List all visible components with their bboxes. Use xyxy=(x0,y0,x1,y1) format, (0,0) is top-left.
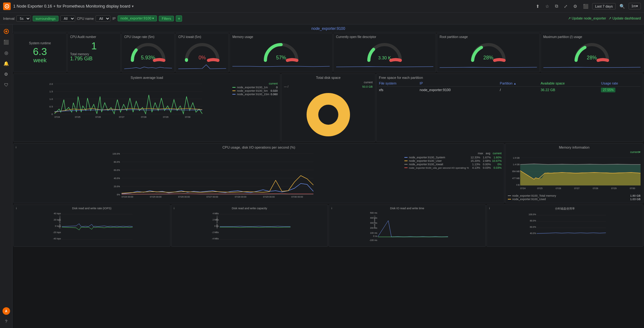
sidebar-icon-compass[interactable]: ◎ xyxy=(2,48,11,57)
filter-right: ↗ Update node_exporter ↗ Update dashboar… xyxy=(568,16,641,20)
sidebar-icon-settings[interactable]: ⚙ xyxy=(2,70,11,79)
svg-text:read(↑)/write(↓): read(↑)/write(↓) xyxy=(216,216,218,228)
sidebar-bottom: A ? xyxy=(2,307,11,325)
max-partition-gauge: 28% xyxy=(543,40,641,70)
legend-iowait-label: node_exporter:9100_Iowait xyxy=(409,163,469,166)
sidebar-icon-help[interactable]: ? xyxy=(2,317,11,325)
svg-text:954 MB: 954 MB xyxy=(512,170,520,172)
svg-text:57%: 57% xyxy=(276,55,286,60)
sidebar-icon-shield[interactable]: 🛡 xyxy=(2,80,11,89)
avg-load-card: System average load 2.0 1.5 1.0 0.5 0 xyxy=(13,74,280,142)
memory-legend: node_exporter:9100_Total memory 1.80 GB … xyxy=(508,194,641,201)
svg-text:07/29: 07/29 xyxy=(611,187,617,189)
svg-text:07/25: 07/25 xyxy=(75,116,80,118)
star-icon-btn[interactable]: ☆ xyxy=(543,3,551,10)
svg-text:-4 MBs: -4 MBs xyxy=(212,238,219,240)
cpu-iowait-gauge-svg: 0% xyxy=(183,40,221,62)
legend-used-mem: node_exporter:9100_Used 1.03 GB xyxy=(508,198,641,201)
svg-text:07/24: 07/24 xyxy=(520,187,525,189)
legend-15m-label: node_exporter:9100_15m xyxy=(237,93,269,96)
cpu-iowait-spark xyxy=(178,63,226,70)
legend-total-mem-val: 1.80 GB xyxy=(630,194,641,197)
disk-cap-svg: 4 MBs 2 MBs 0 Bs -2 MBs -4 MBs read(↑)/w… xyxy=(174,211,325,243)
donut-container xyxy=(284,90,373,140)
interval-select[interactable]: 5s xyxy=(16,15,31,22)
dashboard-title[interactable]: 1 Node Exporter 0.16 + for Prometheus Mo… xyxy=(13,4,130,8)
refresh-btn[interactable]: 1m▾ xyxy=(629,3,641,9)
svg-text:read(↑)/write(↓): read(↑)/write(↓) xyxy=(374,216,375,228)
legend-used-mem-val: 1.03 GB xyxy=(630,198,641,201)
svg-text:07/27 00:00: 07/27 00:00 xyxy=(207,196,218,198)
svg-text:07/29: 07/29 xyxy=(163,116,169,118)
svg-text:100.0%: 100.0% xyxy=(113,153,120,155)
avg-load-legend: current node_exporter:9100_1m 0 node_exp… xyxy=(232,81,278,118)
root-partition-spark xyxy=(440,63,537,70)
svg-text:80.0%: 80.0% xyxy=(530,220,536,222)
sort-arrow: ▲ xyxy=(514,82,516,85)
svg-text:40.0%: 40.0% xyxy=(530,232,536,234)
disk-io-header: i Disk IO read and write time xyxy=(331,207,483,210)
cpu-name-select[interactable]: All xyxy=(96,15,110,22)
legend-vda-avg: 0.03% xyxy=(481,166,491,169)
settings-icon-btn[interactable]: ⚙ xyxy=(571,3,579,10)
disk-iops-info-icon: i xyxy=(16,207,17,210)
share2-icon-btn[interactable]: ⤢ xyxy=(562,3,569,10)
sidebar-icon-grafana[interactable] xyxy=(2,27,11,36)
surroundings-select[interactable]: All xyxy=(60,15,75,22)
legend-system-dot xyxy=(404,157,408,158)
legend-5m: node_exporter:9100_5m 0.020 xyxy=(232,89,278,92)
row-ip: node_exporter:9100 xyxy=(420,88,499,92)
svg-text:100.0%: 100.0% xyxy=(529,213,536,216)
copy-icon-btn[interactable]: ⧉ xyxy=(553,2,560,10)
cpu-audit-card: CPU Audit number 1 Total memory 1.795 Gi… xyxy=(67,33,121,72)
legend-15m: node_exporter:9100_15m 0.060 xyxy=(232,93,278,96)
disk-partition: — / xyxy=(284,85,288,88)
svg-point-1 xyxy=(6,6,8,7)
sidebar-icon-bell[interactable]: 🔔 xyxy=(2,59,11,68)
user-avatar[interactable]: A xyxy=(3,307,10,315)
time-range-btn[interactable]: Last 7 days xyxy=(592,3,615,9)
topbar-left: 1 Node Exporter 0.16 + for Prometheus Mo… xyxy=(3,3,534,10)
cpu-name-label: CPU name xyxy=(77,17,94,20)
svg-text:0.5: 0.5 xyxy=(49,105,53,108)
cpu-disk-content: 100.0% 80.0% 60.0% 40.0% 20.0% 0% 07/24 … xyxy=(16,150,502,198)
row-partition: / xyxy=(500,88,540,92)
legend-vda-label: node_exporter:9100_vda_per second I/O op… xyxy=(409,167,469,169)
filters-btn[interactable]: Filters xyxy=(159,16,174,21)
legend-system-label: node_exporter:9100_System xyxy=(409,156,468,159)
zoom-icon-btn[interactable]: 🔍 xyxy=(618,3,627,10)
svg-text:1.5: 1.5 xyxy=(49,90,53,93)
surroundings-btn[interactable]: surroundings xyxy=(33,16,58,21)
svg-text:07/25: 07/25 xyxy=(537,187,542,189)
ip-select-btn[interactable]: node_exporter:9100 ▾ xyxy=(118,15,157,21)
col-avg: avg xyxy=(486,152,490,155)
total-memory-label: Total memory xyxy=(70,52,118,56)
root-partition-card: Root partition usage 28% xyxy=(437,33,540,72)
memory-usage-card: Memory usage 57% xyxy=(230,33,333,72)
monitor-icon-btn[interactable]: ⬛ xyxy=(581,3,590,10)
update-node-link[interactable]: ↗ Update node_exporter xyxy=(568,16,606,20)
svg-text:-100 ms: -100 ms xyxy=(369,239,377,241)
add-filter-btn[interactable]: + xyxy=(176,15,182,22)
svg-text:-20 Iops: -20 Iops xyxy=(53,231,61,234)
svg-text:-40 Iops: -40 Iops xyxy=(53,238,61,240)
memory-usage-title: Memory usage xyxy=(232,35,330,39)
total-disk-title: Total disk space xyxy=(284,76,373,79)
app-logo xyxy=(3,3,11,10)
system-runtime-value: 6.3 xyxy=(33,46,47,57)
disk-iops-title: Disk read and write rate (IOPS) xyxy=(16,207,168,210)
svg-text:07/28: 07/28 xyxy=(141,116,147,118)
update-dashboard-link[interactable]: ↗ Update dashboard xyxy=(608,16,641,20)
legend-used-mem-dot xyxy=(508,199,511,200)
share-icon-btn[interactable]: ⬆ xyxy=(534,3,541,10)
cpu-disk-chart-card: i CPU usage, disk I/O operations per sec… xyxy=(13,143,504,203)
sidebar-icon-grid[interactable]: ⬛ xyxy=(2,38,11,46)
legend-system: node_exporter:9100_System 12.33% 1.67% 1… xyxy=(404,156,502,159)
memory-gauge-svg: 57% xyxy=(262,40,300,62)
svg-text:477 MB: 477 MB xyxy=(512,177,520,179)
col-header-ip: IP xyxy=(420,81,499,85)
disk-iops-svg: 40 Iops 20 Iops 0 Iops -20 Iops -40 Iops… xyxy=(16,211,168,243)
svg-text:28%: 28% xyxy=(587,55,597,60)
title-dropdown-icon[interactable]: ▾ xyxy=(132,4,134,8)
cpu-iowait-card: CPU iowait (5m) 0% xyxy=(175,33,229,72)
